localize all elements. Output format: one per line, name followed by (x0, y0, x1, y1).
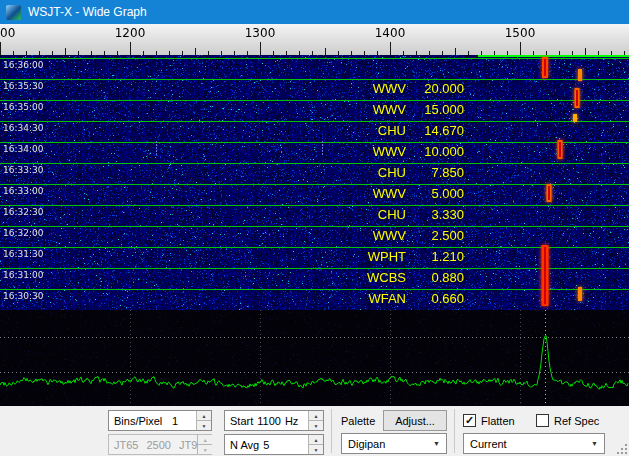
palette-label: Palette (341, 415, 375, 427)
n-avg-value: 5 (263, 439, 269, 451)
spin-up-icon[interactable]: ▲ (308, 435, 323, 445)
spin-arrows: ▲ ▼ (196, 411, 211, 430)
station-frequency: 7.850 (406, 166, 464, 180)
station-frequency: 1.210 (406, 250, 464, 264)
flatten-checkbox[interactable]: ✓ Flatten (463, 414, 515, 427)
time-label: 16:36:00 (3, 60, 43, 70)
spin-arrows: ▲ ▼ (308, 435, 323, 454)
station-callsign: WWV (330, 103, 406, 117)
waterfall-area: 16:36:0016:35:30WWV20.00016:35:00WWV15.0… (0, 55, 629, 310)
resize-grip[interactable] (615, 442, 627, 454)
time-label: 16:33:00 (3, 186, 43, 196)
bins-per-pixel-label: Bins/Pixel (114, 415, 162, 427)
spectrum-type-value: Current (470, 438, 507, 450)
palette-combobox-value: Digipan (348, 438, 385, 450)
chevron-down-icon: ▼ (591, 440, 604, 447)
bins-per-pixel-spinbox[interactable]: Bins/Pixel 1 ▲ ▼ (108, 410, 212, 431)
time-label: 16:34:30 (3, 123, 43, 133)
station-frequency: 20.000 (406, 82, 464, 96)
wide-graph-window: WSJT-X - Wide Graph 16:36:0016:35:30WWV2… (0, 0, 629, 456)
split-value: 2500 (146, 439, 170, 451)
spin-down-icon[interactable]: ▼ (196, 421, 211, 430)
station-label: WFAN0.660 (330, 292, 464, 306)
station-callsign: WFAN (330, 292, 406, 306)
palette-adjust-button[interactable]: Adjust... (383, 410, 447, 431)
station-callsign: CHU (330, 166, 406, 180)
jt65-jt9-split-spinbox: JT65 2500 JT9 ▲ ▼ (108, 434, 212, 455)
flatten-label: Flatten (481, 415, 515, 427)
time-label: 16:35:30 (3, 81, 43, 91)
ref-spec-checkbox-box[interactable] (536, 414, 549, 427)
separator (331, 409, 332, 453)
station-callsign: WWV (330, 229, 406, 243)
jt65-label: JT65 (114, 439, 138, 451)
window-title: WSJT-X - Wide Graph (28, 5, 147, 19)
station-frequency: 14.670 (406, 124, 464, 138)
station-label: CHU14.670 (330, 124, 464, 138)
palette-combobox[interactable]: Digipan ▼ (341, 433, 447, 454)
spectrum-canvas[interactable] (0, 310, 629, 406)
station-frequency: 0.880 (406, 271, 464, 285)
start-frequency-spinbox[interactable]: Start 1100 Hz ▲ ▼ (224, 410, 324, 431)
station-frequency: 15.000 (406, 103, 464, 117)
time-label: 16:30:30 (3, 291, 43, 301)
station-callsign: WCBS (330, 271, 406, 285)
flatten-checkbox-box[interactable]: ✓ (463, 414, 476, 427)
title-bar[interactable]: WSJT-X - Wide Graph (0, 0, 629, 24)
station-label: CHU7.850 (330, 166, 464, 180)
station-frequency: 0.660 (406, 292, 464, 306)
frequency-scale (0, 24, 629, 55)
time-label: 16:35:00 (3, 102, 43, 112)
ref-spec-label: Ref Spec (554, 415, 599, 427)
spin-up-icon: ▲ (197, 435, 212, 445)
station-label: WWV10.000 (330, 145, 464, 159)
spin-up-icon[interactable]: ▲ (196, 411, 211, 421)
start-label: Start (230, 415, 253, 427)
spin-arrows: ▲ ▼ (197, 435, 212, 454)
control-panel: Bins/Pixel 1 ▲ ▼ Start 1100 Hz ▲ ▼ Palet… (0, 406, 629, 456)
start-unit: Hz (285, 415, 298, 427)
spin-up-icon[interactable]: ▲ (308, 411, 323, 421)
station-label: WWV20.000 (330, 82, 464, 96)
station-label: WWV5.000 (330, 187, 464, 201)
station-label: WCBS0.880 (330, 271, 464, 285)
station-frequency: 10.000 (406, 145, 464, 159)
spin-arrows: ▲ ▼ (308, 411, 323, 430)
time-label: 16:31:00 (3, 270, 43, 280)
time-label: 16:33:30 (3, 165, 43, 175)
spin-down-icon: ▼ (197, 445, 212, 454)
n-avg-label: N Avg (230, 439, 259, 451)
time-label: 16:32:00 (3, 228, 43, 238)
time-label: 16:32:30 (3, 207, 43, 217)
app-icon (6, 5, 21, 20)
station-callsign: WWV (330, 82, 406, 96)
station-callsign: CHU (330, 124, 406, 138)
station-label: WWV15.000 (330, 103, 464, 117)
time-label: 16:34:00 (3, 144, 43, 154)
station-label: WPHT1.210 (330, 250, 464, 264)
waterfall-canvas[interactable] (0, 55, 629, 310)
station-callsign: CHU (330, 208, 406, 222)
time-label: 16:31:30 (3, 249, 43, 259)
jt9-label: JT9 (179, 439, 197, 451)
spin-down-icon[interactable]: ▼ (308, 445, 323, 454)
station-label: WWV2.500 (330, 229, 464, 243)
station-label: CHU3.330 (330, 208, 464, 222)
spectrum-type-combobox[interactable]: Current ▼ (463, 433, 605, 454)
station-callsign: WWV (330, 145, 406, 159)
ref-spec-checkbox[interactable]: Ref Spec (536, 414, 599, 427)
start-value: 1100 (257, 415, 281, 427)
spin-down-icon[interactable]: ▼ (308, 421, 323, 430)
bins-per-pixel-value: 1 (172, 415, 186, 427)
separator (454, 409, 455, 453)
n-avg-spinbox[interactable]: N Avg 5 ▲ ▼ (224, 434, 324, 455)
station-frequency: 2.500 (406, 229, 464, 243)
chevron-down-icon: ▼ (433, 440, 446, 447)
station-callsign: WWV (330, 187, 406, 201)
station-frequency: 5.000 (406, 187, 464, 201)
station-callsign: WPHT (330, 250, 406, 264)
station-frequency: 3.330 (406, 208, 464, 222)
